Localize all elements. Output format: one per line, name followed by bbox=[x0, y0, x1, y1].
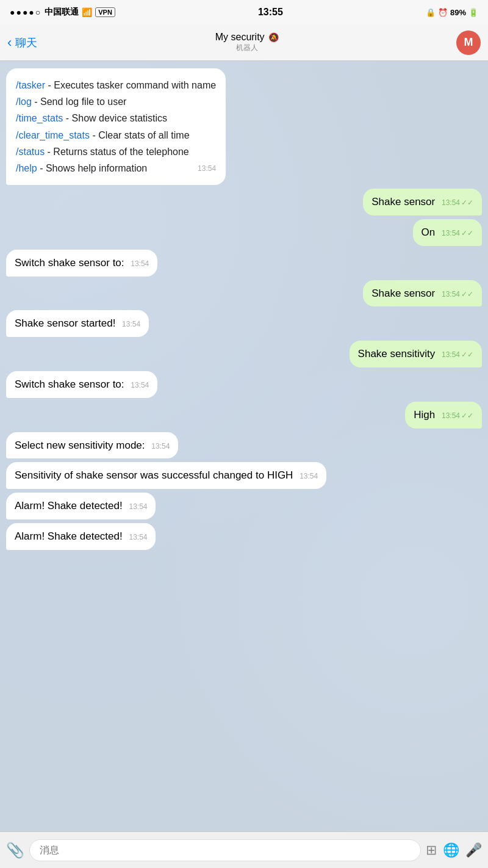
chat-area: /tasker - Executes tasker command with n… bbox=[0, 61, 488, 831]
globe-icon[interactable]: 🌐 bbox=[443, 842, 459, 858]
nav-title: My security 🔕 bbox=[215, 32, 279, 43]
time-6: 13:54 bbox=[122, 320, 140, 328]
back-button[interactable]: ‹ 聊天 bbox=[7, 35, 37, 51]
bubble-4: Switch shake sensor to: 13:54 bbox=[6, 250, 157, 277]
input-bar: 📎 ⊞ 🌐 🎤 bbox=[0, 831, 488, 868]
message-row-11: Sensitivity of shake sensor was successf… bbox=[6, 462, 482, 489]
nav-bar: ‹ 聊天 My security 🔕 机器人 M bbox=[0, 24, 488, 61]
time-2: 13:54 bbox=[442, 198, 460, 207]
message-row-4: Switch shake sensor to: 13:54 bbox=[6, 250, 482, 277]
attach-icon[interactable]: 📎 bbox=[6, 842, 24, 859]
bubble-text-3: On bbox=[422, 226, 436, 238]
message-row-1: /tasker - Executes tasker command with n… bbox=[6, 68, 482, 185]
bubble-8: Switch shake sensor to: 13:54 bbox=[6, 371, 157, 398]
bubble-5: Shake sensor 13:54✓✓ bbox=[363, 280, 482, 307]
status-bar: ●●●●○ 中国联通 📶 VPN 13:55 🔒 ⏰ 89% 🔋 bbox=[0, 0, 488, 24]
cmd-log: /log bbox=[16, 96, 32, 107]
vpn-badge: VPN bbox=[95, 7, 115, 17]
message-input[interactable] bbox=[29, 839, 421, 861]
bubble-10: Select new sensitivity mode: 13:54 bbox=[6, 432, 178, 459]
bubble-text-5: Shake sensor bbox=[371, 288, 435, 299]
desc-clear-time-stats: - Clear stats of all time bbox=[90, 130, 190, 140]
bubble-9: High 13:54✓✓ bbox=[405, 402, 482, 429]
time-11: 13:54 bbox=[300, 472, 318, 480]
time-13: 13:54 bbox=[129, 533, 147, 541]
battery-percent: 89% bbox=[450, 8, 466, 17]
bubble-text-9: High bbox=[414, 409, 435, 421]
bubble-3: On 13:54✓✓ bbox=[413, 219, 482, 246]
nav-subtitle: 机器人 bbox=[215, 43, 279, 53]
bubble-text-2: Shake sensor bbox=[371, 196, 435, 208]
time-10: 13:54 bbox=[151, 442, 170, 450]
message-row-3: On 13:54✓✓ bbox=[6, 219, 482, 246]
checks-5: ✓✓ bbox=[461, 290, 473, 298]
mic-icon[interactable]: 🎤 bbox=[465, 842, 482, 858]
bubble-text-12: Alarm! Shake detected! bbox=[15, 500, 123, 512]
desc-log: - Send log file to user bbox=[32, 96, 127, 107]
bubble-text-10: Select new sensitivity mode: bbox=[15, 439, 145, 451]
message-row-9: High 13:54✓✓ bbox=[6, 402, 482, 429]
alarm-icon: ⏰ bbox=[438, 8, 448, 17]
bubble-11: Sensitivity of shake sensor was successf… bbox=[6, 462, 326, 489]
wifi-icon: 📶 bbox=[82, 7, 92, 17]
time-1: 13:54 bbox=[198, 162, 216, 175]
checks-2: ✓✓ bbox=[461, 198, 473, 207]
status-right: 🔒 ⏰ 89% 🔋 bbox=[426, 8, 478, 17]
bubble-text-7: Shake sensitivity bbox=[358, 348, 436, 360]
message-row-12: Alarm! Shake detected! 13:54 bbox=[6, 493, 482, 519]
bubble-7: Shake sensitivity 13:54✓✓ bbox=[350, 341, 482, 367]
bubble-13: Alarm! Shake detected! 13:54 bbox=[6, 523, 156, 550]
time-7: 13:54 bbox=[442, 350, 460, 359]
checks-9: ✓✓ bbox=[461, 411, 473, 420]
avatar-letter: M bbox=[464, 36, 473, 49]
avatar[interactable]: M bbox=[456, 31, 481, 55]
desc-tasker: - Executes tasker command with name bbox=[45, 80, 216, 90]
message-row-2: Shake sensor 13:54✓✓ bbox=[6, 189, 482, 215]
cmd-clear-time-stats: /clear_time_stats bbox=[16, 130, 90, 140]
message-row-13: Alarm! Shake detected! 13:54 bbox=[6, 523, 482, 550]
carrier-name: 中国联通 bbox=[45, 7, 79, 18]
grid-icon[interactable]: ⊞ bbox=[426, 842, 437, 858]
checks-3: ✓✓ bbox=[461, 229, 473, 237]
time-8: 13:54 bbox=[131, 381, 149, 389]
cmd-help: /help bbox=[16, 163, 37, 173]
bubble-1: /tasker - Executes tasker command with n… bbox=[6, 68, 226, 185]
input-right-icons: ⊞ 🌐 🎤 bbox=[426, 842, 482, 858]
time-12: 13:54 bbox=[129, 502, 147, 511]
message-row-5: Shake sensor 13:54✓✓ bbox=[6, 280, 482, 307]
bubble-text-13: Alarm! Shake detected! bbox=[15, 530, 123, 542]
time-5: 13:54 bbox=[442, 290, 460, 298]
cmd-time-stats: /time_stats bbox=[16, 113, 63, 123]
status-time: 13:55 bbox=[258, 7, 283, 18]
signal-dots: ●●●●○ bbox=[10, 7, 41, 17]
bubble-6: Shake sensor started! 13:54 bbox=[6, 310, 149, 337]
bubble-12: Alarm! Shake detected! 13:54 bbox=[6, 493, 156, 519]
message-row-8: Switch shake sensor to: 13:54 bbox=[6, 371, 482, 398]
nav-center: My security 🔕 机器人 bbox=[215, 32, 279, 53]
bubble-text-6: Shake sensor started! bbox=[15, 317, 115, 329]
cmd-tasker: /tasker bbox=[16, 80, 45, 90]
checks-7: ✓✓ bbox=[461, 350, 473, 359]
bubble-2: Shake sensor 13:54✓✓ bbox=[363, 189, 482, 215]
bubble-text-4: Switch shake sensor to: bbox=[15, 257, 124, 269]
lock-icon: 🔒 bbox=[426, 8, 436, 17]
time-3: 13:54 bbox=[442, 229, 460, 237]
cmd-status: /status bbox=[16, 146, 45, 157]
message-row-10: Select new sensitivity mode: 13:54 bbox=[6, 432, 482, 459]
message-row-7: Shake sensitivity 13:54✓✓ bbox=[6, 341, 482, 367]
mute-icon: 🔕 bbox=[268, 32, 279, 42]
bubble-text-8: Switch shake sensor to: bbox=[15, 378, 124, 390]
desc-time-stats: - Show device statistics bbox=[63, 113, 167, 123]
time-9: 13:54 bbox=[442, 411, 460, 420]
time-4: 13:54 bbox=[131, 259, 149, 268]
battery-icon: 🔋 bbox=[468, 8, 478, 17]
bubble-text-11: Sensitivity of shake sensor was successf… bbox=[15, 469, 293, 481]
back-arrow-icon: ‹ bbox=[7, 35, 12, 51]
status-left: ●●●●○ 中国联通 📶 VPN bbox=[10, 7, 115, 18]
desc-help: - Shows help information bbox=[37, 163, 148, 173]
desc-status: - Returns status of the telephone bbox=[45, 146, 189, 157]
back-label: 聊天 bbox=[15, 35, 37, 50]
message-row-6: Shake sensor started! 13:54 bbox=[6, 310, 482, 337]
